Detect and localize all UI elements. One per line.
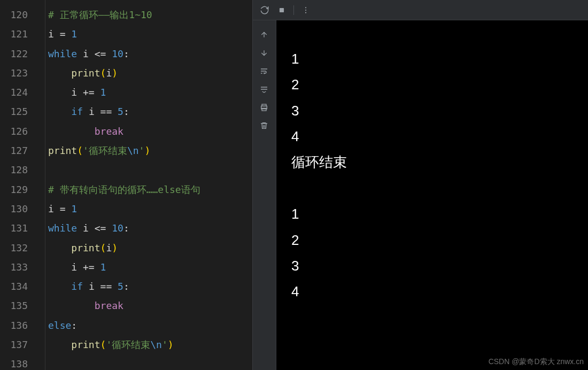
wrap-icon[interactable] bbox=[260, 66, 269, 76]
stop-icon[interactable] bbox=[276, 5, 287, 16]
line-number: 127 bbox=[0, 141, 28, 160]
line-number: 126 bbox=[0, 122, 28, 141]
trash-icon[interactable] bbox=[260, 121, 269, 130]
code-line[interactable]: i += 1 bbox=[48, 258, 252, 277]
line-number: 128 bbox=[0, 160, 28, 180]
code-line[interactable]: print(i) bbox=[48, 64, 252, 83]
code-area[interactable]: # 正常循环——输出1~10i = 1while i <= 10: print(… bbox=[37, 0, 252, 370]
code-line[interactable]: while i <= 10: bbox=[48, 219, 252, 238]
line-number: 125 bbox=[0, 102, 28, 121]
line-number: 123 bbox=[0, 64, 28, 83]
code-line[interactable]: break bbox=[48, 296, 252, 315]
line-number: 136 bbox=[0, 316, 28, 335]
code-line[interactable]: while i <= 10: bbox=[48, 44, 252, 64]
arrow-up-icon[interactable] bbox=[260, 30, 269, 40]
svg-point-1 bbox=[305, 7, 306, 8]
line-number: 138 bbox=[0, 354, 28, 370]
scroll-to-end-icon[interactable] bbox=[260, 84, 269, 94]
run-toolbar bbox=[253, 0, 588, 20]
line-number: 124 bbox=[0, 83, 28, 102]
line-number: 130 bbox=[0, 199, 28, 219]
line-number: 121 bbox=[0, 25, 28, 44]
rerun-icon[interactable] bbox=[259, 5, 270, 16]
watermark: CSDN @蒙奇D索大 znwx.cn bbox=[489, 357, 584, 367]
line-number: 133 bbox=[0, 258, 28, 277]
code-line[interactable]: # 正常循环——输出1~10 bbox=[48, 5, 252, 25]
code-line[interactable]: i += 1 bbox=[48, 83, 252, 102]
console-gutter bbox=[253, 20, 276, 370]
svg-rect-0 bbox=[280, 7, 284, 12]
line-number: 122 bbox=[0, 44, 28, 64]
line-number: 132 bbox=[0, 238, 28, 258]
line-number: 137 bbox=[0, 335, 28, 354]
console-output[interactable]: 1 2 3 4 循环结束 1 2 3 4 bbox=[276, 20, 588, 370]
more-icon[interactable] bbox=[300, 5, 311, 16]
editor-pane: 1201211221231241251261271281291301311321… bbox=[0, 0, 252, 370]
line-number-gutter: 1201211221231241251261271281291301311321… bbox=[0, 0, 37, 370]
code-line[interactable] bbox=[48, 160, 252, 180]
run-pane: 1 2 3 4 循环结束 1 2 3 4 bbox=[252, 0, 588, 370]
code-line[interactable]: if i == 5: bbox=[48, 102, 252, 121]
print-icon[interactable] bbox=[260, 103, 269, 112]
line-number: 135 bbox=[0, 296, 28, 315]
code-line[interactable]: i = 1 bbox=[48, 199, 252, 219]
console-container: 1 2 3 4 循环结束 1 2 3 4 bbox=[253, 20, 588, 370]
svg-point-3 bbox=[305, 12, 306, 13]
svg-point-2 bbox=[305, 9, 306, 10]
line-number: 120 bbox=[0, 5, 28, 25]
code-line[interactable]: break bbox=[48, 122, 252, 141]
toolbar-divider bbox=[293, 5, 294, 15]
code-line[interactable] bbox=[48, 354, 252, 370]
line-number: 134 bbox=[0, 277, 28, 296]
code-line[interactable]: # 带有转向语句的循环……else语句 bbox=[48, 180, 252, 199]
code-line[interactable]: print('循环结束\n') bbox=[48, 335, 252, 354]
line-number: 131 bbox=[0, 219, 28, 238]
line-number: 129 bbox=[0, 180, 28, 199]
code-line[interactable]: print(i) bbox=[48, 238, 252, 258]
code-line[interactable]: print('循环结束\n') bbox=[48, 141, 252, 160]
arrow-down-icon[interactable] bbox=[260, 48, 269, 58]
code-line[interactable]: i = 1 bbox=[48, 25, 252, 44]
code-line[interactable]: if i == 5: bbox=[48, 277, 252, 296]
code-line[interactable]: else: bbox=[48, 316, 252, 335]
